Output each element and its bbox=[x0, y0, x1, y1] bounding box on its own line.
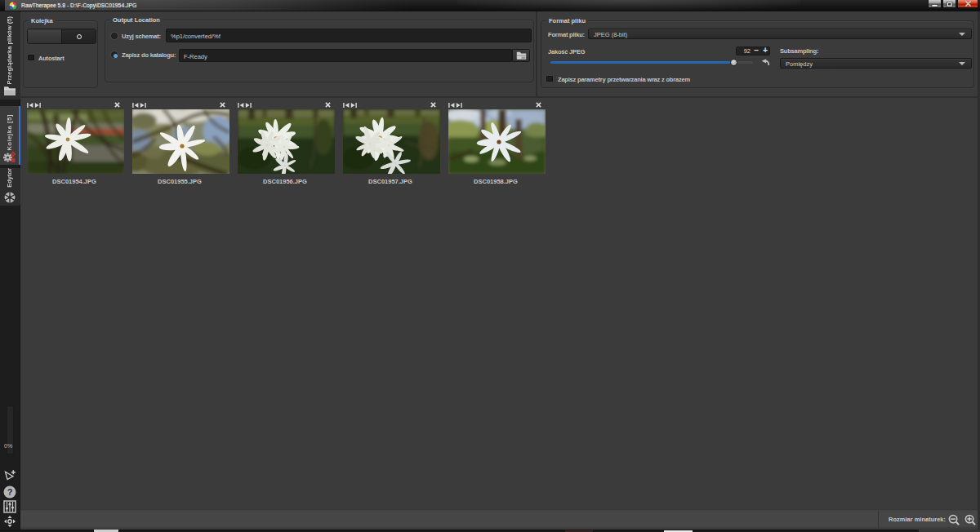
svg-text:?: ? bbox=[7, 487, 13, 497]
